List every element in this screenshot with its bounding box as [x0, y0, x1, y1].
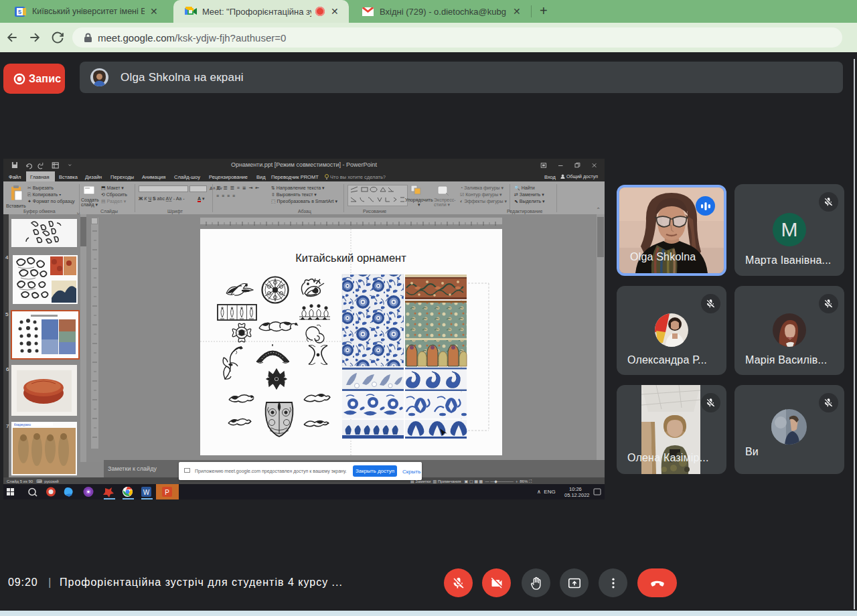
svg-text:5: 5 [18, 9, 21, 15]
svg-text:10:26: 10:26 [569, 486, 582, 492]
svg-text:∧ ENG: ∧ ENG [537, 489, 556, 495]
svg-text:Кхаджурахо: Кхаджурахо [14, 423, 31, 427]
svg-text:W: W [143, 489, 150, 496]
svg-text:05.12.2022: 05.12.2022 [564, 492, 590, 498]
svg-text:P: P [165, 489, 169, 496]
